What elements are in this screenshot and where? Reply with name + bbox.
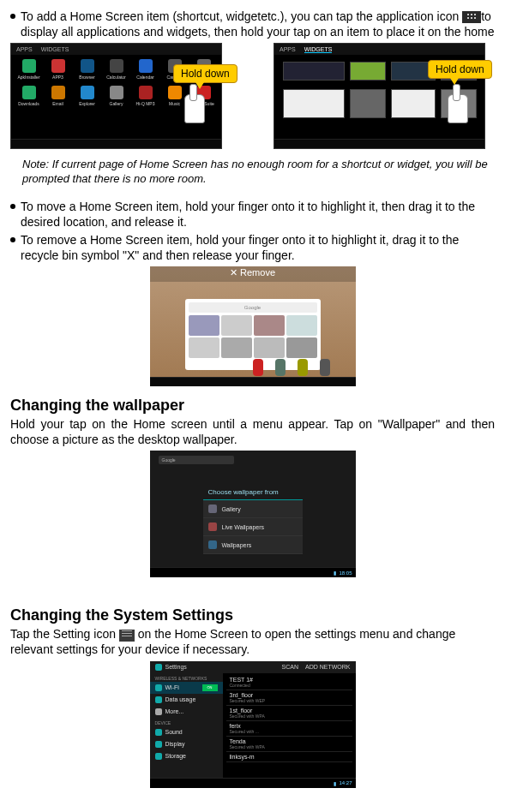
tablet-navbar: [150, 377, 356, 386]
recycle-topbar: ✕ Remove: [150, 266, 356, 282]
app-label: ApkInstaller: [15, 75, 42, 80]
bullet-dot: [10, 14, 15, 19]
sidebar-item: Data usage: [150, 694, 223, 706]
settings-screenshot: Settings SCAN ADD NETWORK WIRELESS & NET…: [150, 661, 356, 788]
app-icon: [139, 86, 153, 99]
app-item: Hi-Q MP3: [132, 86, 159, 110]
settings-body: WIRELESS & NETWORKS Wi-FiONData usageMor…: [150, 673, 356, 778]
sidebar-item-icon: [155, 729, 162, 736]
battery-icon: ▮: [334, 780, 336, 786]
battery-icon: ▮: [334, 570, 336, 576]
wallpaper-screenshot-container: Google Choose wallpaper from GalleryLive…: [10, 451, 495, 577]
text: Tap the Setting icon: [10, 627, 116, 641]
tab-widgets: WIDGETS: [41, 46, 69, 52]
app-label: Downloads: [15, 101, 42, 106]
tab-widgets: WIDGETS: [304, 46, 333, 53]
thumb: [286, 315, 317, 336]
sidebar-item-label: Display: [165, 741, 185, 747]
settings-header: Settings SCAN ADD NETWORK: [150, 661, 356, 673]
widget-tile: [283, 89, 345, 118]
sidebar-item-label: More...: [165, 708, 184, 714]
app-item: Explorer: [74, 86, 100, 110]
bullet-remove-item: To remove a Home Screen item, hold your …: [10, 232, 495, 263]
bullet-add-item: To add a Home Screen item (shortcut, wid…: [10, 9, 495, 39]
text: To add a Home Screen item (shortcut, wid…: [21, 9, 459, 23]
thumb: [221, 337, 252, 358]
add-network-label: ADD NETWORK: [305, 664, 351, 670]
tab-apps: APPS: [280, 46, 296, 52]
screenshot-row: APPS WIDGETS ApkInstallerAPP3BrowserCalc…: [10, 43, 495, 149]
network-item: ferixSecured with ...: [226, 721, 352, 737]
dock-icon: [275, 359, 286, 376]
thumb: [189, 315, 219, 336]
dialog-title: Choose wallpaper from: [203, 485, 303, 500]
widget-tile: [391, 89, 436, 118]
widget-tile: [283, 62, 345, 81]
status-time: 14:27: [339, 780, 352, 785]
heading-settings: Changing the System Settings: [10, 606, 495, 624]
bullet-dot: [10, 237, 15, 242]
widget-tile: [350, 62, 386, 81]
app-label: Calendar: [132, 75, 159, 80]
network-item: linksys-m: [226, 752, 352, 762]
sidebar-item-label: Sound: [165, 729, 183, 735]
widget-tile: [350, 89, 386, 118]
sidebar-item-icon: [155, 741, 162, 748]
app-icon: [81, 86, 94, 99]
app-label: Hi-Q MP3: [132, 101, 159, 106]
app-item: Calculator: [103, 59, 129, 83]
network-name: 3rd_floor: [230, 692, 349, 698]
tablet-tabs: APPS WIDGETS: [274, 44, 484, 55]
status-bar: ▮ 14:27: [150, 778, 356, 788]
app-label: Gallery: [103, 101, 129, 106]
sidebar-item-icon: [155, 696, 162, 703]
section-label: WIRELESS & NETWORKS: [150, 673, 223, 682]
option-icon: [208, 505, 217, 513]
hand-cursor-icon: [177, 84, 210, 125]
sidebar-item-icon: [155, 684, 162, 691]
sidebar-item: Sound: [150, 726, 223, 738]
thumb: [189, 337, 219, 358]
settings-screenshot-container: Settings SCAN ADD NETWORK WIRELESS & NET…: [10, 661, 495, 788]
network-name: linksys-m: [230, 754, 349, 760]
app-label: Email: [45, 101, 71, 106]
wallpaper-screenshot: Google Choose wallpaper from GalleryLive…: [150, 451, 356, 577]
option-label: Live Wallpapers: [222, 524, 265, 530]
app-item: Email: [45, 86, 71, 110]
bullet-text: To remove a Home Screen item, hold your …: [21, 232, 495, 263]
app-icon: [81, 59, 94, 73]
app-label: Browser: [74, 75, 100, 80]
dock-icon: [253, 359, 263, 376]
settings-sidebar: WIRELESS & NETWORKS Wi-FiONData usageMor…: [150, 673, 223, 778]
bookmark-thumbs: [189, 315, 317, 358]
recycle-screenshot: ✕ Remove Google: [150, 266, 356, 386]
sidebar-item-icon: [155, 753, 162, 760]
app-item: ApkInstaller: [15, 59, 42, 83]
thumb: [254, 337, 285, 358]
thumb: [286, 337, 317, 358]
section-label: DEVICE: [150, 718, 223, 726]
sidebar-item: Storage: [150, 750, 223, 762]
network-item: 1st_floorSecured with WPA: [226, 706, 352, 721]
thumb: [254, 315, 285, 336]
note-text: Note: If current page of Home Screen has…: [22, 158, 495, 187]
option-icon: [208, 540, 217, 549]
app-icon: [110, 59, 123, 73]
dock-icon: [320, 359, 330, 376]
sidebar-item-icon: [155, 708, 162, 715]
bullet-text: To move a Home Screen item, hold your fi…: [21, 199, 495, 230]
network-subtitle: Connected: [230, 683, 349, 688]
app-icon: [51, 59, 65, 73]
sidebar-item: Display: [150, 738, 223, 750]
bullet-text: To add a Home Screen item (shortcut, wid…: [21, 9, 495, 39]
app-icon: [110, 86, 123, 99]
hold-down-callout: Hold down: [428, 60, 492, 79]
wifi-switch: ON: [202, 684, 218, 691]
sidebar-item: Wi-FiON: [150, 682, 223, 694]
widgets-screenshot: APPS WIDGETS Hold down: [274, 43, 485, 149]
network-subtitle: Secured with WPA: [230, 744, 349, 749]
wallpaper-option: Wallpapers: [203, 536, 303, 554]
sidebar-item-label: Storage: [165, 753, 187, 759]
network-item: 3rd_floorSecured with WEP: [226, 690, 352, 706]
apps-screenshot: APPS WIDGETS ApkInstallerAPP3BrowserCalc…: [10, 43, 222, 149]
